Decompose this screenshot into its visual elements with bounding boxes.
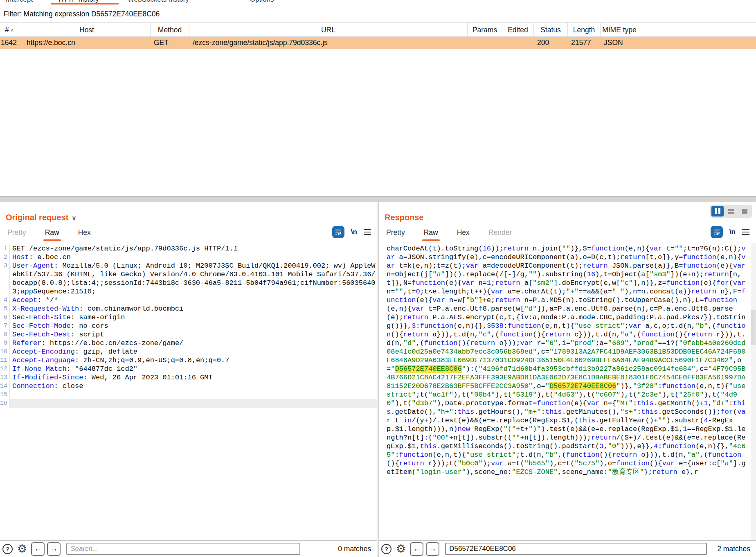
search-input[interactable] bbox=[445, 543, 707, 555]
response-title: Response bbox=[385, 213, 424, 222]
column-header-number[interactable]: # ∧ bbox=[0, 23, 23, 36]
request-view-tabs: Pretty Raw Hex bbox=[0, 228, 377, 242]
request-line: 10Accept-Encoding: gzip, deflate bbox=[0, 347, 377, 356]
request-line: 13If-Modified-Since: Wed, 26 Apr 2023 01… bbox=[0, 373, 377, 382]
next-match-button[interactable]: → bbox=[47, 542, 61, 556]
request-editor[interactable]: 1GET /ezcs-zone/game/static/js/app.79d03… bbox=[0, 243, 377, 540]
active-tab-underline bbox=[51, 3, 119, 5]
response-editor[interactable]: charCodeAt(t).toString(16));return n.joi… bbox=[387, 244, 749, 540]
row-method: GET bbox=[151, 38, 189, 47]
menu-icon[interactable] bbox=[742, 229, 749, 235]
prev-match-button[interactable]: ← bbox=[31, 542, 45, 556]
request-line: 1GET /ezcs-zone/game/static/js/app.79d03… bbox=[0, 244, 377, 253]
help-icon[interactable]: ? bbox=[2, 544, 13, 554]
request-line: 2Host: e.boc.cn bbox=[0, 253, 377, 262]
request-line: 8Sec-Fetch-Dest: script bbox=[0, 330, 377, 339]
column-header-mime-type[interactable]: MIME type bbox=[601, 23, 638, 36]
column-header-host[interactable]: Host bbox=[23, 23, 151, 36]
request-line: 15 bbox=[0, 390, 377, 399]
request-toolbar: \n bbox=[332, 226, 371, 238]
request-line: 11Accept-Language: zh-CN,zh;q=0.9,en-US;… bbox=[0, 356, 377, 365]
chevron-down-icon: ∨ bbox=[72, 214, 76, 221]
request-line: 7Sec-Fetch-Mode: no-cors bbox=[0, 322, 377, 330]
match-count: 2 matches bbox=[717, 545, 756, 553]
column-header-filler bbox=[638, 23, 756, 36]
newline-toggle[interactable]: \n bbox=[351, 228, 357, 236]
search-input[interactable] bbox=[66, 543, 300, 555]
row-mime-type: JSON bbox=[601, 38, 638, 47]
word-wrap-icon bbox=[713, 228, 721, 236]
tab-pretty[interactable]: Pretty bbox=[7, 228, 26, 241]
original-request-title[interactable]: Original request∨ bbox=[6, 213, 76, 222]
word-wrap-button[interactable] bbox=[711, 226, 723, 238]
layout-columns-button[interactable] bbox=[711, 206, 724, 216]
original-request-panel: Original request∨ Pretty Raw Hex \n 1GET… bbox=[0, 202, 377, 540]
row-number: 1642 bbox=[0, 38, 23, 47]
request-line: 3User-Agent: Mozilla/5.0 (Linux; Android… bbox=[0, 262, 377, 296]
next-match-button[interactable]: → bbox=[426, 542, 439, 556]
request-line: 6Sec-Fetch-Site: same-origin bbox=[0, 313, 377, 322]
response-scrollbar[interactable] bbox=[751, 243, 756, 540]
response-search-bar: ? ⚙ ← → 2 matches bbox=[379, 540, 756, 557]
layout-rows-button[interactable] bbox=[725, 206, 737, 216]
request-search-bar: ? ⚙ ← → 0 matches bbox=[0, 540, 377, 557]
layout-buttons bbox=[710, 205, 752, 218]
match-count: 0 matches bbox=[338, 545, 377, 553]
menu-icon[interactable] bbox=[364, 229, 371, 235]
layout-single-button[interactable] bbox=[738, 206, 751, 216]
row-url: /ezcs-zone/game/static/js/app.79d0336c.j… bbox=[189, 38, 468, 47]
row-status: 200 bbox=[534, 38, 568, 47]
rows-icon bbox=[728, 209, 734, 214]
request-line: 4Accept: */* bbox=[0, 296, 377, 304]
scrollbar-thumb[interactable] bbox=[751, 310, 756, 345]
column-header-url[interactable]: URL bbox=[189, 23, 468, 36]
horizontal-split-handle[interactable] bbox=[0, 196, 756, 202]
filter-bar[interactable]: Filter: Matching expression D56572E740EE… bbox=[0, 6, 756, 23]
table-row[interactable]: 1642 https://e.boc.cn GET /ezcs-zone/gam… bbox=[0, 37, 756, 49]
column-header-status[interactable]: Status bbox=[534, 23, 568, 36]
request-line: 16 bbox=[0, 399, 377, 408]
response-panel: Response Pretty Raw Hex Render \n charCo… bbox=[379, 202, 756, 540]
gear-icon[interactable]: ⚙ bbox=[17, 543, 27, 555]
column-header-method[interactable]: Method bbox=[151, 23, 189, 36]
response-toolbar: \n bbox=[711, 226, 749, 238]
prev-match-button[interactable]: ← bbox=[410, 542, 423, 556]
http-history-table-header: # ∧ Host Method URL Params Edited Status… bbox=[0, 23, 756, 37]
word-wrap-button[interactable] bbox=[332, 226, 344, 238]
request-line: 5X-Requested-With: com.chinamworld.bocmb… bbox=[0, 304, 377, 313]
request-line: 9Referer: https://e.boc.cn/ezcs-zone/gam… bbox=[0, 339, 377, 347]
column-header-length[interactable]: Length bbox=[568, 23, 601, 36]
tab-render[interactable]: Render bbox=[488, 228, 512, 241]
response-view-tabs: Pretty Raw Hex Render bbox=[379, 228, 756, 242]
tab-hex[interactable]: Hex bbox=[78, 228, 91, 241]
row-host: https://e.boc.cn bbox=[23, 38, 151, 47]
word-wrap-icon bbox=[334, 228, 342, 236]
tab-raw[interactable]: Raw bbox=[45, 228, 59, 241]
help-icon[interactable]: ? bbox=[381, 544, 392, 554]
tab-websockets-history[interactable]: WebSockets history bbox=[128, 0, 189, 4]
row-length: 21577 bbox=[568, 38, 601, 47]
top-tab-strip: Intercept HTTP history WebSockets histor… bbox=[0, 0, 756, 5]
single-pane-icon bbox=[742, 209, 747, 214]
tab-options[interactable]: Options bbox=[250, 0, 274, 4]
request-line: 14Connection: close bbox=[0, 382, 377, 390]
sort-asc-icon: ∧ bbox=[11, 27, 14, 33]
tab-intercept[interactable]: Intercept bbox=[6, 0, 33, 4]
tab-raw[interactable]: Raw bbox=[424, 228, 438, 241]
filter-text: Filter: Matching expression D56572E740EE… bbox=[4, 10, 160, 18]
tab-hex[interactable]: Hex bbox=[457, 228, 470, 241]
column-header-params[interactable]: Params bbox=[468, 23, 502, 36]
request-line: 12If-None-Match: "644877dc-1cd2" bbox=[0, 365, 377, 373]
column-header-edited[interactable]: Edited bbox=[502, 23, 534, 36]
tab-pretty[interactable]: Pretty bbox=[386, 228, 405, 241]
gear-icon[interactable]: ⚙ bbox=[396, 543, 406, 555]
newline-toggle[interactable]: \n bbox=[729, 228, 736, 236]
columns-icon bbox=[715, 208, 717, 214]
